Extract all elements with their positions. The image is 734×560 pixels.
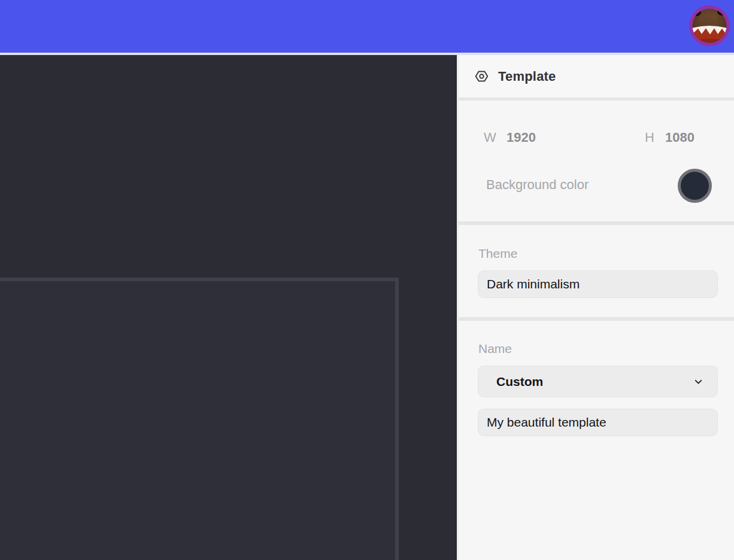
background-color-label: Background color — [486, 177, 589, 193]
name-preset-select[interactable]: Custom — [478, 366, 718, 397]
chevron-down-icon — [693, 376, 703, 386]
name-label: Name — [478, 342, 512, 356]
name-preset-selected-value: Custom — [496, 375, 543, 389]
hexagon-nut-icon — [474, 69, 489, 84]
canvas-area[interactable] — [0, 55, 457, 560]
section-divider — [459, 98, 734, 101]
width-input[interactable]: 1920 — [506, 130, 536, 145]
artboard-frame[interactable] — [0, 278, 399, 560]
section-divider — [459, 317, 734, 321]
user-avatar-button[interactable] — [689, 5, 730, 46]
user-avatar-image — [689, 5, 730, 46]
size-row: W 1920 H 1080 — [459, 124, 734, 152]
width-label: W — [484, 130, 496, 145]
height-label: H — [645, 130, 654, 145]
background-color-swatch[interactable] — [678, 169, 712, 203]
theme-label: Theme — [478, 246, 517, 261]
panel-header: Template — [459, 55, 734, 98]
theme-input[interactable] — [478, 270, 718, 298]
app-root: Template W 1920 H 1080 Background color … — [0, 0, 734, 560]
panel-title: Template — [498, 69, 556, 84]
section-divider — [459, 221, 734, 225]
properties-panel: Template W 1920 H 1080 Background color … — [457, 55, 734, 560]
background-color-row: Background color — [459, 169, 734, 203]
custom-name-input[interactable] — [478, 409, 718, 436]
height-input[interactable]: 1080 — [665, 130, 694, 145]
top-bar — [0, 0, 734, 53]
